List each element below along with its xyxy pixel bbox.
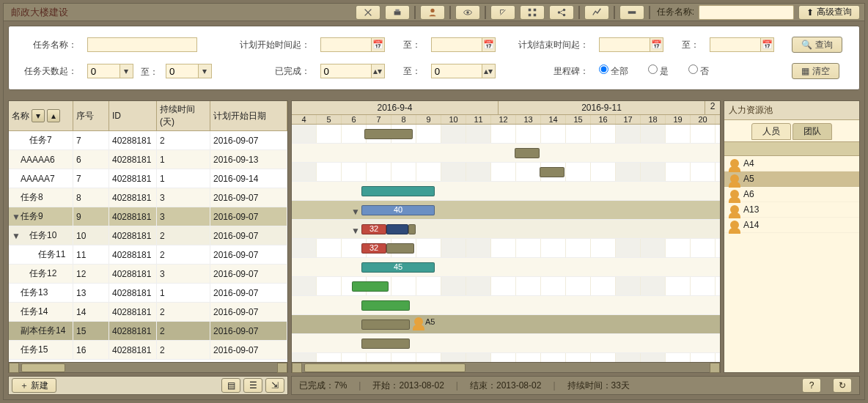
gantt-bar[interactable] (386, 243, 414, 254)
resource-item[interactable]: A14 (724, 218, 859, 233)
scroll-left-icon[interactable] (292, 363, 302, 373)
tab-team[interactable]: 团队 (792, 123, 832, 140)
gantt-row[interactable] (292, 144, 720, 163)
gantt-bar[interactable]: 32 (361, 224, 386, 234)
print-icon[interactable] (385, 5, 410, 20)
col-start[interactable]: 计划开始日期 (210, 101, 287, 130)
resource-item[interactable]: A5 (724, 171, 859, 187)
filter-plan-end-from[interactable] (599, 37, 650, 52)
user-icon[interactable] (420, 5, 445, 20)
milestone-no-radio[interactable]: 否 (688, 66, 709, 76)
col-duration[interactable]: 持续时间(天) (157, 101, 210, 130)
spinner-icon[interactable]: ▴▾ (372, 64, 385, 78)
gantt-bar[interactable] (361, 339, 410, 349)
gantt-row[interactable] (292, 296, 720, 315)
table-row[interactable]: 任务11 114028818122016-09-07 (9, 245, 287, 265)
col-index[interactable]: 序号 (73, 101, 109, 130)
scroll-right-icon[interactable] (277, 363, 287, 373)
calendar-icon[interactable]: 📅 (650, 37, 663, 52)
gantt-bar[interactable] (361, 186, 435, 196)
gantt-row[interactable]: 45 (292, 258, 720, 277)
gantt-bar[interactable]: 40 (361, 205, 435, 215)
outline-icon[interactable]: ☰ (243, 378, 262, 393)
gantt-bar[interactable]: 45 (361, 262, 435, 273)
chevron-down-icon[interactable]: ▼ (351, 207, 360, 217)
table-row[interactable]: AAAAA7 74028818112016-09-14 (9, 169, 287, 188)
col-name[interactable]: 名称 (12, 110, 29, 122)
calendar-icon[interactable]: 📅 (372, 37, 385, 52)
clear-button[interactable]: ▦清空 (792, 63, 839, 79)
list-icon[interactable]: ▤ (221, 378, 240, 393)
gantt-bar[interactable]: 32 (361, 243, 386, 254)
table-row[interactable]: 任务14 144028818122016-09-07 (9, 303, 287, 322)
sort-up-icon[interactable]: ▴ (47, 109, 60, 122)
gantt-row[interactable] (292, 277, 720, 296)
sort-down-icon[interactable]: ▾ (32, 109, 45, 122)
filter-done-from[interactable] (320, 64, 372, 78)
new-button[interactable]: ＋新建 (12, 378, 56, 393)
filter-plan-end-to[interactable] (710, 37, 761, 52)
gantt-bar[interactable] (361, 300, 410, 311)
milestone-all-radio[interactable]: 全部 (599, 66, 628, 76)
export-icon[interactable]: ⇲ (265, 378, 284, 393)
gantt-bar[interactable] (361, 319, 410, 330)
gantt-bar[interactable] (352, 281, 389, 292)
table-row[interactable]: ▼任务10 104028818122016-09-07 (9, 226, 287, 245)
gantt-row[interactable] (292, 163, 720, 182)
table-row[interactable]: 任务7 74028818122016-09-07 (9, 131, 287, 150)
share-icon[interactable] (549, 5, 574, 20)
day-header: 4 (292, 115, 317, 124)
gantt-bar[interactable] (515, 148, 540, 158)
task-name-input[interactable] (699, 5, 794, 20)
trend-icon[interactable] (584, 5, 609, 20)
table-row[interactable]: 任务13 134028818112016-09-07 (9, 284, 287, 303)
table-row[interactable]: 任务15 164028818122016-09-07 (9, 341, 287, 360)
col-id[interactable]: ID (109, 101, 157, 130)
gantt-bar[interactable] (386, 224, 408, 234)
table-row[interactable]: AAAAA6 64028818112016-09-13 (9, 150, 287, 169)
calendar-icon[interactable]: 📅 (761, 37, 774, 52)
table-row[interactable]: 副本任务14 154028818122016-09-07 (9, 322, 287, 341)
gantt-chart: 2016-9-4 2016-9-11 2 4567891011121314151… (291, 100, 721, 373)
resource-item[interactable]: A6 (724, 187, 859, 202)
grid-icon[interactable] (520, 5, 545, 20)
filter-days-from[interactable] (87, 64, 120, 78)
chevron-down-icon[interactable]: ▾ (199, 64, 212, 78)
calendar-icon[interactable]: 📅 (482, 37, 496, 52)
milestone-yes-radio[interactable]: 是 (648, 66, 669, 76)
gantt-row[interactable]: 32 (292, 239, 720, 258)
scroll-right-icon[interactable] (710, 363, 720, 373)
ruler-icon[interactable] (619, 5, 644, 20)
tab-people[interactable]: 人员 (751, 123, 791, 140)
gantt-row[interactable]: 32▼ (292, 220, 720, 239)
advanced-query-button[interactable]: ⬆ 高级查询 (798, 5, 860, 20)
gantt-row[interactable]: A5 (292, 315, 720, 334)
help-icon[interactable]: ? (802, 378, 821, 393)
query-button[interactable]: 🔍查询 (792, 37, 842, 53)
filter-days-to[interactable] (166, 64, 199, 78)
resource-item[interactable]: A13 (724, 202, 859, 218)
chevron-down-icon[interactable]: ▾ (120, 64, 133, 78)
filter-plan-start-from[interactable] (320, 37, 372, 52)
cut-icon[interactable] (356, 5, 380, 20)
chevron-down-icon[interactable]: ▼ (351, 226, 360, 236)
refresh-icon[interactable]: ↻ (833, 378, 852, 393)
eye-icon[interactable] (455, 5, 480, 20)
filter-name-input[interactable] (87, 37, 197, 52)
filter-plan-start-to[interactable] (431, 37, 482, 52)
table-row[interactable]: 任务8 84028818132016-09-07 (9, 188, 287, 207)
gantt-row[interactable] (292, 125, 720, 144)
gantt-row[interactable]: 40▼ (292, 201, 720, 220)
gantt-row[interactable] (292, 182, 720, 201)
table-row[interactable]: 任务12 124028818132016-09-07 (9, 265, 287, 284)
table-row[interactable]: ▼任务9 94028818132016-09-07 (9, 207, 287, 226)
gantt-row[interactable] (292, 334, 720, 353)
resource-item[interactable]: A4 (724, 156, 859, 171)
gantt-bar[interactable] (408, 224, 416, 234)
arrow-up-left-icon[interactable] (490, 5, 515, 20)
filter-done-to[interactable] (431, 64, 482, 78)
gantt-bar[interactable] (364, 129, 413, 139)
scroll-left-icon[interactable] (9, 363, 19, 373)
gantt-bar[interactable] (540, 167, 564, 177)
spinner-icon[interactable]: ▴▾ (482, 64, 496, 78)
